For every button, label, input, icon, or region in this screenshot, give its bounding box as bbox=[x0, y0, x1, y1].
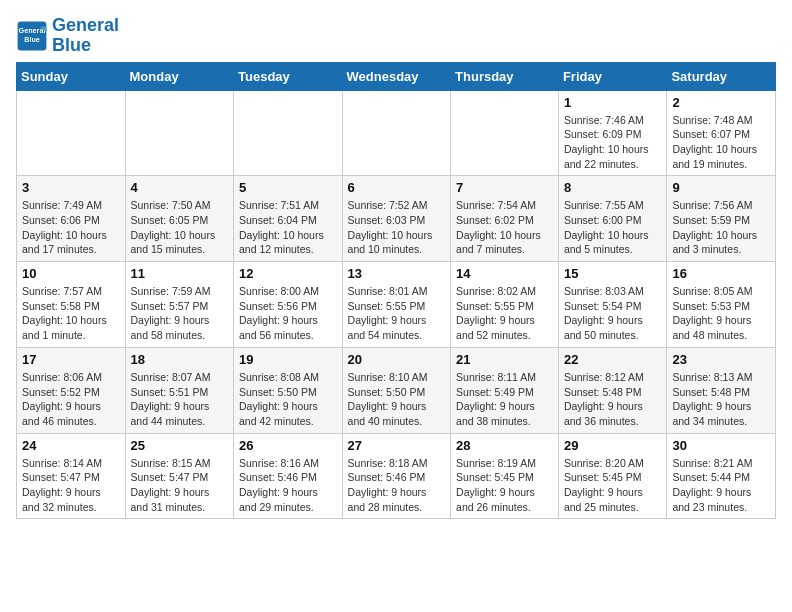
logo-icon: General Blue bbox=[16, 20, 48, 52]
day-info: Sunrise: 7:52 AM Sunset: 6:03 PM Dayligh… bbox=[348, 198, 446, 257]
day-number: 24 bbox=[22, 438, 120, 453]
day-info: Sunrise: 8:10 AM Sunset: 5:50 PM Dayligh… bbox=[348, 370, 446, 429]
page-header: General Blue GeneralBlue bbox=[16, 16, 776, 56]
calendar-cell: 21Sunrise: 8:11 AM Sunset: 5:49 PM Dayli… bbox=[451, 347, 559, 433]
calendar-cell bbox=[17, 90, 126, 176]
day-number: 17 bbox=[22, 352, 120, 367]
day-number: 15 bbox=[564, 266, 662, 281]
calendar-cell: 6Sunrise: 7:52 AM Sunset: 6:03 PM Daylig… bbox=[342, 176, 451, 262]
day-info: Sunrise: 8:16 AM Sunset: 5:46 PM Dayligh… bbox=[239, 456, 337, 515]
day-info: Sunrise: 8:14 AM Sunset: 5:47 PM Dayligh… bbox=[22, 456, 120, 515]
calendar-week-2: 3Sunrise: 7:49 AM Sunset: 6:06 PM Daylig… bbox=[17, 176, 776, 262]
day-info: Sunrise: 8:13 AM Sunset: 5:48 PM Dayligh… bbox=[672, 370, 770, 429]
day-info: Sunrise: 8:19 AM Sunset: 5:45 PM Dayligh… bbox=[456, 456, 553, 515]
calendar-header: SundayMondayTuesdayWednesdayThursdayFrid… bbox=[17, 62, 776, 90]
calendar-cell: 22Sunrise: 8:12 AM Sunset: 5:48 PM Dayli… bbox=[558, 347, 667, 433]
day-number: 14 bbox=[456, 266, 553, 281]
day-info: Sunrise: 7:56 AM Sunset: 5:59 PM Dayligh… bbox=[672, 198, 770, 257]
day-info: Sunrise: 8:20 AM Sunset: 5:45 PM Dayligh… bbox=[564, 456, 662, 515]
day-number: 19 bbox=[239, 352, 337, 367]
day-info: Sunrise: 8:02 AM Sunset: 5:55 PM Dayligh… bbox=[456, 284, 553, 343]
calendar-cell bbox=[125, 90, 234, 176]
svg-text:Blue: Blue bbox=[24, 34, 40, 43]
calendar-cell: 9Sunrise: 7:56 AM Sunset: 5:59 PM Daylig… bbox=[667, 176, 776, 262]
day-number: 26 bbox=[239, 438, 337, 453]
weekday-header-row: SundayMondayTuesdayWednesdayThursdayFrid… bbox=[17, 62, 776, 90]
day-number: 3 bbox=[22, 180, 120, 195]
calendar-cell: 4Sunrise: 7:50 AM Sunset: 6:05 PM Daylig… bbox=[125, 176, 234, 262]
calendar-cell: 25Sunrise: 8:15 AM Sunset: 5:47 PM Dayli… bbox=[125, 433, 234, 519]
calendar-cell: 10Sunrise: 7:57 AM Sunset: 5:58 PM Dayli… bbox=[17, 262, 126, 348]
day-info: Sunrise: 7:59 AM Sunset: 5:57 PM Dayligh… bbox=[131, 284, 229, 343]
day-info: Sunrise: 8:01 AM Sunset: 5:55 PM Dayligh… bbox=[348, 284, 446, 343]
calendar-cell: 20Sunrise: 8:10 AM Sunset: 5:50 PM Dayli… bbox=[342, 347, 451, 433]
calendar-cell: 1Sunrise: 7:46 AM Sunset: 6:09 PM Daylig… bbox=[558, 90, 667, 176]
calendar-week-4: 17Sunrise: 8:06 AM Sunset: 5:52 PM Dayli… bbox=[17, 347, 776, 433]
day-number: 9 bbox=[672, 180, 770, 195]
weekday-header-monday: Monday bbox=[125, 62, 234, 90]
logo-text: GeneralBlue bbox=[52, 16, 119, 56]
day-number: 13 bbox=[348, 266, 446, 281]
calendar-cell: 27Sunrise: 8:18 AM Sunset: 5:46 PM Dayli… bbox=[342, 433, 451, 519]
day-number: 23 bbox=[672, 352, 770, 367]
day-number: 4 bbox=[131, 180, 229, 195]
calendar-cell: 24Sunrise: 8:14 AM Sunset: 5:47 PM Dayli… bbox=[17, 433, 126, 519]
day-number: 5 bbox=[239, 180, 337, 195]
logo: General Blue GeneralBlue bbox=[16, 16, 119, 56]
day-number: 28 bbox=[456, 438, 553, 453]
day-info: Sunrise: 7:57 AM Sunset: 5:58 PM Dayligh… bbox=[22, 284, 120, 343]
day-info: Sunrise: 8:00 AM Sunset: 5:56 PM Dayligh… bbox=[239, 284, 337, 343]
calendar-cell: 26Sunrise: 8:16 AM Sunset: 5:46 PM Dayli… bbox=[234, 433, 343, 519]
weekday-header-thursday: Thursday bbox=[451, 62, 559, 90]
calendar-cell bbox=[342, 90, 451, 176]
day-info: Sunrise: 7:48 AM Sunset: 6:07 PM Dayligh… bbox=[672, 113, 770, 172]
calendar-cell: 12Sunrise: 8:00 AM Sunset: 5:56 PM Dayli… bbox=[234, 262, 343, 348]
day-number: 6 bbox=[348, 180, 446, 195]
day-info: Sunrise: 7:54 AM Sunset: 6:02 PM Dayligh… bbox=[456, 198, 553, 257]
calendar-cell: 3Sunrise: 7:49 AM Sunset: 6:06 PM Daylig… bbox=[17, 176, 126, 262]
day-number: 20 bbox=[348, 352, 446, 367]
day-info: Sunrise: 8:11 AM Sunset: 5:49 PM Dayligh… bbox=[456, 370, 553, 429]
day-info: Sunrise: 8:06 AM Sunset: 5:52 PM Dayligh… bbox=[22, 370, 120, 429]
calendar-week-1: 1Sunrise: 7:46 AM Sunset: 6:09 PM Daylig… bbox=[17, 90, 776, 176]
day-number: 22 bbox=[564, 352, 662, 367]
calendar-week-3: 10Sunrise: 7:57 AM Sunset: 5:58 PM Dayli… bbox=[17, 262, 776, 348]
calendar-cell: 23Sunrise: 8:13 AM Sunset: 5:48 PM Dayli… bbox=[667, 347, 776, 433]
calendar-cell: 30Sunrise: 8:21 AM Sunset: 5:44 PM Dayli… bbox=[667, 433, 776, 519]
weekday-header-sunday: Sunday bbox=[17, 62, 126, 90]
calendar-cell: 16Sunrise: 8:05 AM Sunset: 5:53 PM Dayli… bbox=[667, 262, 776, 348]
calendar-cell: 18Sunrise: 8:07 AM Sunset: 5:51 PM Dayli… bbox=[125, 347, 234, 433]
calendar-cell bbox=[451, 90, 559, 176]
calendar-cell: 8Sunrise: 7:55 AM Sunset: 6:00 PM Daylig… bbox=[558, 176, 667, 262]
calendar-cell: 5Sunrise: 7:51 AM Sunset: 6:04 PM Daylig… bbox=[234, 176, 343, 262]
day-info: Sunrise: 7:46 AM Sunset: 6:09 PM Dayligh… bbox=[564, 113, 662, 172]
day-number: 2 bbox=[672, 95, 770, 110]
calendar-body: 1Sunrise: 7:46 AM Sunset: 6:09 PM Daylig… bbox=[17, 90, 776, 519]
day-number: 21 bbox=[456, 352, 553, 367]
calendar-cell: 14Sunrise: 8:02 AM Sunset: 5:55 PM Dayli… bbox=[451, 262, 559, 348]
day-number: 10 bbox=[22, 266, 120, 281]
calendar-week-5: 24Sunrise: 8:14 AM Sunset: 5:47 PM Dayli… bbox=[17, 433, 776, 519]
calendar-cell: 11Sunrise: 7:59 AM Sunset: 5:57 PM Dayli… bbox=[125, 262, 234, 348]
day-number: 30 bbox=[672, 438, 770, 453]
day-number: 12 bbox=[239, 266, 337, 281]
day-number: 1 bbox=[564, 95, 662, 110]
calendar-cell: 15Sunrise: 8:03 AM Sunset: 5:54 PM Dayli… bbox=[558, 262, 667, 348]
weekday-header-tuesday: Tuesday bbox=[234, 62, 343, 90]
day-info: Sunrise: 7:50 AM Sunset: 6:05 PM Dayligh… bbox=[131, 198, 229, 257]
day-number: 18 bbox=[131, 352, 229, 367]
weekday-header-saturday: Saturday bbox=[667, 62, 776, 90]
day-info: Sunrise: 8:08 AM Sunset: 5:50 PM Dayligh… bbox=[239, 370, 337, 429]
calendar-cell: 17Sunrise: 8:06 AM Sunset: 5:52 PM Dayli… bbox=[17, 347, 126, 433]
weekday-header-friday: Friday bbox=[558, 62, 667, 90]
day-info: Sunrise: 8:15 AM Sunset: 5:47 PM Dayligh… bbox=[131, 456, 229, 515]
day-number: 16 bbox=[672, 266, 770, 281]
day-number: 11 bbox=[131, 266, 229, 281]
day-number: 25 bbox=[131, 438, 229, 453]
day-info: Sunrise: 8:05 AM Sunset: 5:53 PM Dayligh… bbox=[672, 284, 770, 343]
day-info: Sunrise: 8:18 AM Sunset: 5:46 PM Dayligh… bbox=[348, 456, 446, 515]
day-number: 8 bbox=[564, 180, 662, 195]
calendar-cell bbox=[234, 90, 343, 176]
day-number: 27 bbox=[348, 438, 446, 453]
calendar-table: SundayMondayTuesdayWednesdayThursdayFrid… bbox=[16, 62, 776, 520]
